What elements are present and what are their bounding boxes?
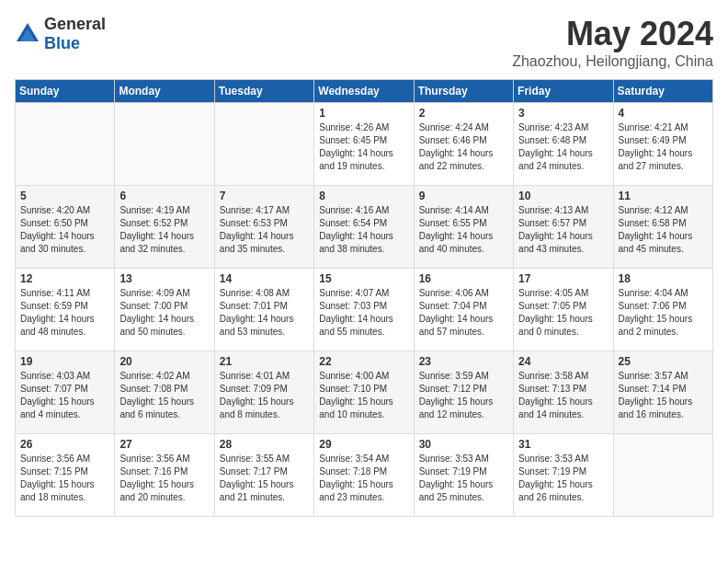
day-number: 16 <box>419 272 508 285</box>
day-number: 24 <box>518 355 608 368</box>
day-cell: 23Sunrise: 3:59 AM Sunset: 7:12 PM Dayli… <box>414 351 513 434</box>
day-number: 30 <box>419 438 508 451</box>
week-row-3: 12Sunrise: 4:11 AM Sunset: 6:59 PM Dayli… <box>16 269 713 351</box>
day-cell: 1Sunrise: 4:26 AM Sunset: 6:45 PM Daylig… <box>314 103 414 186</box>
day-info: Sunrise: 3:55 AM Sunset: 7:17 PM Dayligh… <box>220 453 309 504</box>
day-info: Sunrise: 4:03 AM Sunset: 7:07 PM Dayligh… <box>20 370 109 421</box>
day-number: 19 <box>20 355 109 368</box>
day-cell: 14Sunrise: 4:08 AM Sunset: 7:01 PM Dayli… <box>214 269 313 351</box>
day-cell: 6Sunrise: 4:19 AM Sunset: 6:52 PM Daylig… <box>115 186 214 269</box>
page-header: General Blue May 2024 Zhaozhou, Heilongj… <box>15 15 713 70</box>
day-cell <box>16 103 115 186</box>
logo: General Blue <box>15 15 106 53</box>
day-number: 29 <box>319 438 408 451</box>
day-cell: 27Sunrise: 3:56 AM Sunset: 7:16 PM Dayli… <box>115 434 214 517</box>
day-header-thursday: Thursday <box>414 80 513 103</box>
day-number: 10 <box>518 190 608 202</box>
day-number: 13 <box>119 272 209 285</box>
day-info: Sunrise: 4:12 AM Sunset: 6:58 PM Dayligh… <box>619 204 708 256</box>
day-info: Sunrise: 4:05 AM Sunset: 7:05 PM Dayligh… <box>518 287 608 339</box>
day-info: Sunrise: 4:00 AM Sunset: 7:10 PM Dayligh… <box>319 370 408 421</box>
day-cell <box>613 434 712 517</box>
day-info: Sunrise: 4:04 AM Sunset: 7:06 PM Dayligh… <box>619 287 708 339</box>
day-cell: 20Sunrise: 4:02 AM Sunset: 7:08 PM Dayli… <box>115 351 214 434</box>
day-number: 27 <box>119 438 209 451</box>
day-info: Sunrise: 4:21 AM Sunset: 6:49 PM Dayligh… <box>619 121 708 173</box>
day-cell <box>214 103 313 186</box>
day-info: Sunrise: 4:13 AM Sunset: 6:57 PM Dayligh… <box>518 204 608 256</box>
day-cell: 12Sunrise: 4:11 AM Sunset: 6:59 PM Dayli… <box>16 269 115 351</box>
day-info: Sunrise: 3:56 AM Sunset: 7:15 PM Dayligh… <box>20 453 109 504</box>
day-number: 17 <box>518 272 608 285</box>
day-number: 3 <box>518 107 608 120</box>
day-cell: 17Sunrise: 4:05 AM Sunset: 7:05 PM Dayli… <box>514 269 613 351</box>
day-number: 2 <box>419 107 508 120</box>
day-info: Sunrise: 3:53 AM Sunset: 7:19 PM Dayligh… <box>419 453 508 504</box>
day-cell: 21Sunrise: 4:01 AM Sunset: 7:09 PM Dayli… <box>214 351 313 434</box>
day-info: Sunrise: 4:24 AM Sunset: 6:46 PM Dayligh… <box>419 121 508 173</box>
day-number: 26 <box>20 438 109 451</box>
week-row-2: 5Sunrise: 4:20 AM Sunset: 6:50 PM Daylig… <box>16 186 713 269</box>
day-number: 9 <box>419 190 508 202</box>
day-cell <box>115 103 214 186</box>
day-info: Sunrise: 4:01 AM Sunset: 7:09 PM Dayligh… <box>220 370 309 421</box>
day-number: 12 <box>20 272 109 285</box>
calendar-body: 1Sunrise: 4:26 AM Sunset: 6:45 PM Daylig… <box>16 103 713 517</box>
day-number: 1 <box>319 107 408 120</box>
day-info: Sunrise: 3:53 AM Sunset: 7:19 PM Dayligh… <box>518 453 608 504</box>
day-cell: 26Sunrise: 3:56 AM Sunset: 7:15 PM Dayli… <box>16 434 115 517</box>
day-header-monday: Monday <box>115 80 214 103</box>
calendar-header-row: SundayMondayTuesdayWednesdayThursdayFrid… <box>16 80 713 103</box>
day-cell: 22Sunrise: 4:00 AM Sunset: 7:10 PM Dayli… <box>314 351 414 434</box>
logo-general: General <box>44 15 106 33</box>
day-number: 6 <box>119 190 209 202</box>
title-block: May 2024 Zhaozhou, Heilongjiang, China <box>512 15 713 70</box>
day-cell: 24Sunrise: 3:58 AM Sunset: 7:13 PM Dayli… <box>514 351 613 434</box>
day-cell: 18Sunrise: 4:04 AM Sunset: 7:06 PM Dayli… <box>613 269 712 351</box>
day-info: Sunrise: 4:08 AM Sunset: 7:01 PM Dayligh… <box>220 287 309 339</box>
day-cell: 16Sunrise: 4:06 AM Sunset: 7:04 PM Dayli… <box>414 269 513 351</box>
day-info: Sunrise: 4:09 AM Sunset: 7:00 PM Dayligh… <box>119 287 209 339</box>
logo-blue: Blue <box>44 34 80 52</box>
day-info: Sunrise: 4:11 AM Sunset: 6:59 PM Dayligh… <box>20 287 109 339</box>
day-number: 14 <box>220 272 309 285</box>
logo-icon <box>15 21 40 47</box>
day-cell: 25Sunrise: 3:57 AM Sunset: 7:14 PM Dayli… <box>613 351 712 434</box>
day-number: 28 <box>220 438 309 451</box>
day-number: 4 <box>619 107 708 120</box>
day-info: Sunrise: 4:02 AM Sunset: 7:08 PM Dayligh… <box>119 370 209 421</box>
day-cell: 4Sunrise: 4:21 AM Sunset: 6:49 PM Daylig… <box>613 103 712 186</box>
day-cell: 3Sunrise: 4:23 AM Sunset: 6:48 PM Daylig… <box>514 103 613 186</box>
day-info: Sunrise: 3:58 AM Sunset: 7:13 PM Dayligh… <box>518 370 608 421</box>
day-cell: 8Sunrise: 4:16 AM Sunset: 6:54 PM Daylig… <box>314 186 414 269</box>
week-row-4: 19Sunrise: 4:03 AM Sunset: 7:07 PM Dayli… <box>16 351 713 434</box>
day-info: Sunrise: 4:23 AM Sunset: 6:48 PM Dayligh… <box>518 121 608 173</box>
day-cell: 5Sunrise: 4:20 AM Sunset: 6:50 PM Daylig… <box>16 186 115 269</box>
day-info: Sunrise: 3:59 AM Sunset: 7:12 PM Dayligh… <box>419 370 508 421</box>
day-info: Sunrise: 4:19 AM Sunset: 6:52 PM Dayligh… <box>119 204 209 256</box>
day-cell: 7Sunrise: 4:17 AM Sunset: 6:53 PM Daylig… <box>214 186 313 269</box>
day-cell: 19Sunrise: 4:03 AM Sunset: 7:07 PM Dayli… <box>16 351 115 434</box>
week-row-1: 1Sunrise: 4:26 AM Sunset: 6:45 PM Daylig… <box>16 103 713 186</box>
day-number: 21 <box>220 355 309 368</box>
logo-text: General Blue <box>44 15 106 53</box>
day-cell: 31Sunrise: 3:53 AM Sunset: 7:19 PM Dayli… <box>514 434 613 517</box>
day-info: Sunrise: 3:54 AM Sunset: 7:18 PM Dayligh… <box>319 453 408 504</box>
day-info: Sunrise: 3:56 AM Sunset: 7:16 PM Dayligh… <box>119 453 209 504</box>
day-cell: 13Sunrise: 4:09 AM Sunset: 7:00 PM Dayli… <box>115 269 214 351</box>
day-number: 22 <box>319 355 408 368</box>
day-header-saturday: Saturday <box>613 80 712 103</box>
day-cell: 15Sunrise: 4:07 AM Sunset: 7:03 PM Dayli… <box>314 269 414 351</box>
day-header-friday: Friday <box>514 80 613 103</box>
calendar-table: SundayMondayTuesdayWednesdayThursdayFrid… <box>15 79 713 517</box>
day-header-sunday: Sunday <box>16 80 115 103</box>
day-number: 8 <box>319 190 408 202</box>
day-header-tuesday: Tuesday <box>214 80 313 103</box>
day-info: Sunrise: 4:17 AM Sunset: 6:53 PM Dayligh… <box>220 204 309 256</box>
day-info: Sunrise: 4:26 AM Sunset: 6:45 PM Dayligh… <box>319 121 408 173</box>
day-number: 7 <box>220 190 309 202</box>
day-number: 25 <box>619 355 708 368</box>
day-number: 15 <box>319 272 408 285</box>
day-number: 11 <box>619 190 708 202</box>
day-cell: 30Sunrise: 3:53 AM Sunset: 7:19 PM Dayli… <box>414 434 513 517</box>
